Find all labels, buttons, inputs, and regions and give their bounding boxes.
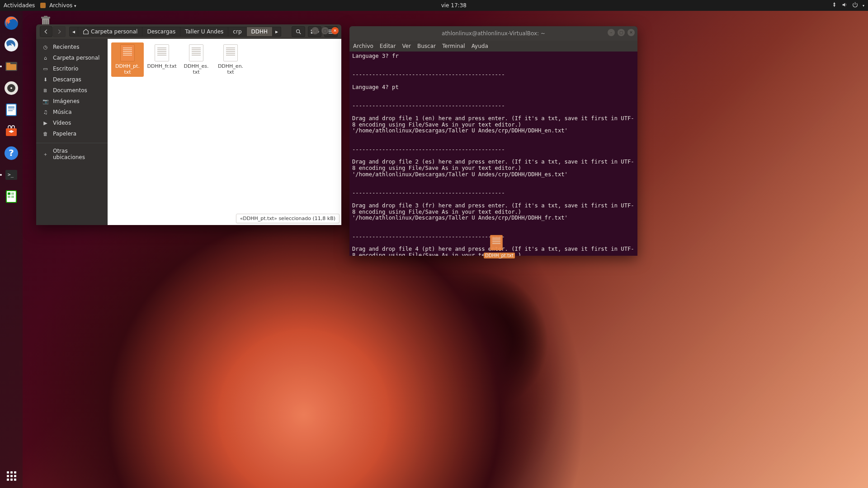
file-item[interactable]: DDHH_pt.​txt (111, 42, 144, 77)
dock-help[interactable]: ? (2, 144, 21, 163)
file-label: DDHH_en.​txt (215, 63, 246, 75)
crumb-label: Carpeta personal (91, 28, 137, 35)
dock-calc[interactable] (2, 187, 21, 206)
file-icon (490, 235, 503, 250)
doc-icon: 🗎 (42, 88, 48, 94)
desktop-icon: ▭ (42, 66, 48, 72)
files-pane[interactable]: DDHH_pt.​txtDDHH_fr.​txtDDHH_es.​txtDDHH… (108, 39, 341, 225)
crumb-home[interactable]: Carpeta personal (78, 27, 142, 37)
maximize-button[interactable]: ▢ (618, 29, 625, 36)
svg-rect-22 (11, 196, 14, 198)
files-icon (40, 3, 46, 8)
image-icon: 📷 (42, 99, 48, 104)
sidebar-item-clock[interactable]: ◷Recientes (36, 42, 108, 52)
sidebar-item-label: Descargas (53, 76, 81, 83)
file-item[interactable]: DDHH_fr.​txt (146, 42, 178, 77)
forward-button[interactable] (53, 26, 66, 37)
sidebar-item-label: Recientes (53, 44, 79, 50)
menu-ayuda[interactable]: Ayuda (472, 43, 488, 49)
svg-line-30 (299, 33, 301, 34)
crumb-2[interactable]: Taller U Andes (180, 27, 228, 37)
svg-point-29 (297, 30, 300, 33)
search-icon (295, 28, 302, 35)
terminal-title: athlonlinux@athlonlinux-VirtualBox: ~ (442, 30, 545, 37)
sidebar-item-image[interactable]: 📷Imágenes (36, 96, 108, 107)
svg-rect-11 (8, 108, 14, 109)
files-window: ◂ Carpeta personal Descargas Taller U An… (36, 24, 341, 225)
trash-icon: 🗑 (42, 131, 48, 137)
menu-editar[interactable]: Editar (380, 43, 396, 49)
maximize-button[interactable]: ▢ (321, 27, 329, 34)
back-button[interactable] (40, 26, 52, 37)
sidebar-item-trash[interactable]: 🗑Papelera (36, 128, 108, 139)
sidebar-item-label: Documentos (53, 87, 87, 94)
dock-rhythmbox[interactable] (2, 79, 21, 98)
svg-rect-19 (8, 192, 10, 195)
file-item[interactable]: DDHH_es.​txt (180, 42, 212, 77)
menu-ver[interactable]: Ver (402, 43, 411, 49)
dock-firefox[interactable] (2, 14, 21, 33)
dock: ? >_ (0, 11, 23, 366)
terminal-titlebar[interactable]: athlonlinux@athlonlinux-VirtualBox: ~ – … (349, 26, 637, 41)
file-icon (155, 44, 169, 61)
svg-rect-25 (44, 16, 47, 17)
menu-archivo[interactable]: Archivo (353, 43, 373, 49)
close-button[interactable]: ✕ (331, 27, 339, 34)
sidebar-item-label: Papelera (53, 131, 76, 137)
svg-text:>_: >_ (8, 172, 14, 178)
dock-terminal[interactable]: >_ (2, 165, 21, 184)
menu-terminal[interactable]: Terminal (442, 43, 465, 49)
svg-rect-3 (6, 64, 16, 70)
music-icon: ♫ (42, 109, 48, 115)
crumb-3[interactable]: crp (228, 27, 246, 37)
close-button[interactable]: ✕ (627, 29, 635, 36)
sidebar-item-home[interactable]: ⌂Carpeta personal (36, 52, 108, 63)
sidebar-item-label: Carpeta personal (53, 55, 99, 61)
path-overflow-caret[interactable]: ▸ (273, 27, 281, 37)
sidebar-item-doc[interactable]: 🗎Documentos (36, 85, 108, 96)
crumb-1[interactable]: Descargas (142, 27, 180, 37)
home-icon (83, 28, 89, 35)
files-titlebar[interactable]: ◂ Carpeta personal Descargas Taller U An… (36, 24, 341, 39)
search-button[interactable] (292, 26, 305, 37)
sidebar-item-plus[interactable]: ＋Otras ubicaciones (36, 143, 108, 163)
menu-buscar[interactable]: Buscar (417, 43, 436, 49)
sidebar-item-label: Imágenes (53, 98, 80, 104)
activities-button[interactable]: Actividades (4, 2, 35, 9)
drag-ghost: DDHH_pt.txt (484, 235, 509, 258)
svg-rect-21 (8, 196, 10, 198)
terminal-output[interactable]: Language 3? fr -------------------------… (349, 52, 637, 256)
svg-text:?: ? (9, 147, 14, 158)
svg-rect-20 (11, 192, 14, 195)
file-label: DDHH_es.​txt (181, 63, 212, 75)
file-label: DDHH_pt.​txt (112, 63, 143, 75)
sidebar-item-desktop[interactable]: ▭Escritorio (36, 63, 108, 74)
file-item[interactable]: DDHH_en.​txt (214, 42, 247, 77)
terminal-menubar: ArchivoEditarVerBuscarTerminalAyuda (349, 41, 637, 52)
minimize-button[interactable]: – (311, 27, 319, 34)
path-root-caret[interactable]: ◂ (69, 27, 78, 37)
dock-software[interactable] (2, 122, 21, 141)
svg-point-7 (10, 87, 12, 89)
dock-writer[interactable] (2, 100, 21, 119)
svg-rect-8 (6, 104, 16, 116)
app-menu[interactable]: Archivos (40, 2, 76, 9)
sidebar-item-download[interactable]: ⬇Descargas (36, 74, 108, 85)
top-bar: Actividades Archivos vie 17:38 ▾ (0, 0, 651, 11)
sidebar-item-music[interactable]: ♫Música (36, 107, 108, 117)
download-icon: ⬇ (42, 77, 48, 83)
plus-icon: ＋ (42, 151, 48, 157)
path-bar: ◂ Carpeta personal Descargas Taller U An… (69, 27, 281, 37)
dock-files[interactable] (2, 57, 21, 76)
file-icon (120, 44, 135, 61)
minimize-button[interactable]: – (608, 29, 615, 36)
crumb-4[interactable]: DDHH (247, 27, 273, 37)
sidebar-item-video[interactable]: ▶Vídeos (36, 117, 108, 128)
clock-icon: ◷ (42, 44, 48, 50)
home-icon: ⌂ (42, 55, 48, 61)
dock-thunderbird[interactable] (2, 35, 21, 54)
sidebar-item-label: Vídeos (53, 120, 71, 126)
drag-ghost-label: DDHH_pt.txt (484, 253, 515, 258)
clock[interactable]: vie 17:38 (76, 2, 651, 9)
svg-rect-10 (8, 107, 14, 108)
